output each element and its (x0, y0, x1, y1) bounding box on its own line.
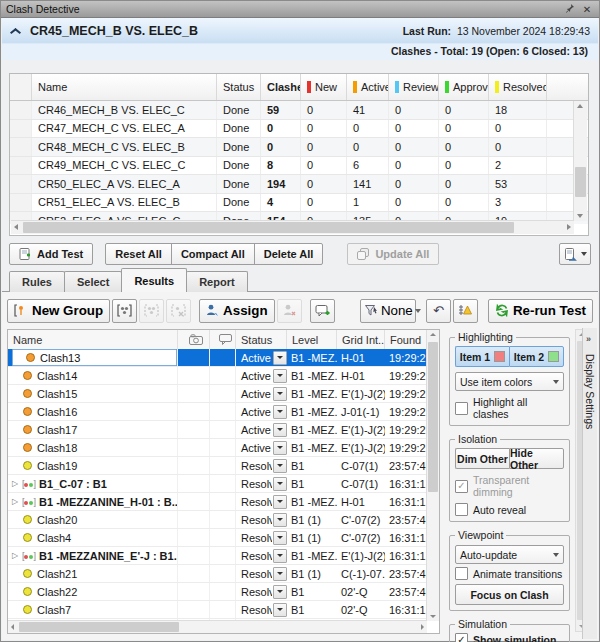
new-group-button[interactable]: New Group (7, 299, 110, 323)
scroll-thumb[interactable] (428, 342, 438, 492)
dim-other-button[interactable]: Dim Other (455, 448, 509, 469)
close-icon[interactable]: ✕ (580, 3, 594, 16)
clash-row[interactable]: Clash14 Active B1 -MEZ... H-01 19:29:25 … (8, 367, 427, 385)
grid-horizontal-scrollbar[interactable] (8, 620, 427, 633)
tests-horizontal-scrollbar[interactable] (11, 220, 574, 234)
scroll-down-icon[interactable] (430, 615, 436, 618)
row-selector[interactable] (10, 194, 32, 212)
scroll-up-icon[interactable] (430, 333, 436, 336)
expand-icon[interactable]: ▷ (12, 551, 22, 560)
expand-icon[interactable]: ▷ (12, 497, 22, 506)
assign-button[interactable]: Assign (199, 299, 274, 323)
clash-row[interactable]: Clash16 Active B1 -MEZ... J-01(-1) 19:29… (8, 403, 427, 421)
test-row[interactable]: CR49_MECH_C VS. ELEC_C Done 8 0 6 0 0 2 (10, 157, 588, 176)
scroll-thumb[interactable] (575, 167, 586, 197)
test-row[interactable]: CR51_ELEC_A VS. ELEC_B Done 4 0 1 0 0 3 (10, 194, 588, 213)
status-dropdown[interactable] (272, 349, 287, 366)
item1-toggle-button[interactable]: Item 1 (455, 346, 509, 367)
clash-row[interactable]: Clash22 Resolved B1 02'-Q 23:57:48 1 (8, 583, 427, 601)
clash-row[interactable]: Clash15 Active B1 -MEZ... E'(1)-J(2) 19:… (8, 385, 427, 403)
clash-row[interactable]: Clash18 Active B1 -MEZ... E'(1)-J(2) 19:… (8, 439, 427, 457)
expand-icon[interactable]: ▷ (12, 479, 22, 488)
ungroup-button[interactable] (139, 299, 164, 323)
export-report-button[interactable] (559, 243, 591, 265)
status-dropdown[interactable] (272, 421, 287, 438)
scroll-right-icon[interactable] (421, 624, 424, 630)
show-simulation-checkbox[interactable] (455, 633, 468, 642)
filter-dropdown[interactable]: None (360, 299, 416, 323)
status-dropdown[interactable] (272, 475, 287, 492)
clash-row[interactable]: Clash20 Resolved B1 (1) C'-07(2) 23:57:4… (8, 511, 427, 529)
grid-column-grid-intersection[interactable]: Grid Int... (337, 330, 385, 349)
scroll-down-icon[interactable] (577, 214, 583, 218)
clash-row[interactable]: ▷ [] B1 -MEZZANINE_E'-J : B1... Resolved… (8, 547, 427, 565)
add-comment-button[interactable] (310, 299, 335, 323)
status-dropdown[interactable] (272, 493, 287, 510)
column-header-status[interactable]: Status (217, 74, 261, 100)
reset-all-button[interactable]: Reset All (105, 243, 172, 265)
scroll-right-icon[interactable] (567, 224, 571, 230)
column-header-active[interactable]: Active (347, 74, 389, 100)
row-selector[interactable] (10, 157, 32, 175)
grid-column-image[interactable] (178, 330, 210, 349)
grid-column-status[interactable]: Status (236, 330, 287, 349)
filter-settings-button[interactable] (453, 299, 478, 323)
status-dropdown[interactable] (272, 583, 287, 600)
column-header-approved[interactable]: Approved (439, 74, 489, 100)
tests-vertical-scrollbar[interactable] (573, 101, 587, 221)
column-header-new[interactable]: New (301, 74, 347, 100)
clash-row[interactable]: Clash19 Resolved B1 C-07(1) 23:57:48 1 (8, 457, 427, 475)
tab-select[interactable]: Select (64, 271, 122, 292)
grid-column-found[interactable]: Found (385, 330, 429, 349)
clash-row[interactable]: ▷ [] B1_C-07 : B1 Resolved B1 C-07(1) 16… (8, 475, 427, 493)
column-header-clashes[interactable]: Clashes (261, 74, 301, 100)
test-row[interactable]: CR50_ELEC_A VS. ELEC_A Done 194 0 141 0 … (10, 175, 588, 194)
status-dropdown[interactable] (272, 565, 287, 582)
row-selector[interactable] (10, 175, 32, 193)
status-dropdown[interactable] (272, 439, 287, 456)
scroll-up-icon[interactable] (577, 104, 583, 108)
unassign-button[interactable] (277, 299, 302, 323)
status-dropdown[interactable] (272, 601, 287, 618)
column-header-resolved[interactable]: Resolved (489, 74, 547, 100)
scroll-thumb[interactable] (23, 222, 514, 233)
status-dropdown[interactable] (272, 403, 287, 420)
viewpoint-dropdown[interactable]: Auto-update (455, 545, 564, 564)
status-dropdown[interactable] (272, 385, 287, 402)
remove-from-group-button[interactable] (166, 299, 191, 323)
column-header-reviewed[interactable]: Reviewed (389, 74, 439, 100)
test-row[interactable]: CR46_MECH_B VS. ELEC_C Done 59 0 41 0 0 … (10, 101, 588, 120)
test-row[interactable]: CR48_MECH_C VS. ELEC_B Done 0 0 0 0 0 0 (10, 138, 588, 157)
status-dropdown[interactable] (272, 457, 287, 474)
scroll-left-icon[interactable] (11, 624, 14, 630)
undo-button[interactable]: ↶ (426, 299, 451, 323)
compact-all-button[interactable]: Compact All (171, 243, 255, 265)
status-dropdown[interactable] (272, 511, 287, 528)
hide-other-button[interactable]: Hide Other (509, 448, 564, 469)
grid-vertical-scrollbar[interactable] (426, 330, 439, 621)
display-settings-tab[interactable]: » Display Settings (582, 328, 597, 639)
scroll-left-icon[interactable] (14, 224, 18, 230)
delete-all-button[interactable]: Delete All (254, 243, 324, 265)
item2-toggle-button[interactable]: Item 2 (509, 346, 564, 367)
tab-report[interactable]: Report (186, 271, 247, 292)
clash-row[interactable]: Clash13 Active B1 -MEZ... H-01 19:29:25 … (8, 349, 427, 367)
grid-column-name[interactable]: Name (8, 330, 178, 349)
grid-column-comments[interactable] (210, 330, 236, 349)
collapse-chevron-icon[interactable] (10, 27, 21, 35)
tab-results[interactable]: Results (121, 268, 187, 292)
highlight-colors-dropdown[interactable]: Use item colors (455, 372, 564, 391)
row-selector[interactable] (10, 101, 32, 119)
tab-rules[interactable]: Rules (9, 271, 65, 292)
test-row[interactable]: CR47_MECH_C VS. ELEC_A Done 0 0 0 0 0 0 (10, 120, 588, 139)
animate-transitions-checkbox[interactable] (455, 567, 468, 580)
transparent-dimming-checkbox[interactable] (455, 480, 468, 493)
clash-row[interactable]: Clash7 Resolved B1 02'-Q 16:31:17 1 (8, 601, 427, 619)
group-selected-button[interactable] (112, 299, 137, 323)
rerun-test-button[interactable]: Re-run Test (488, 299, 593, 323)
clash-row[interactable]: Clash4 Resolved B1 (1) C'-07(2) 16:31:17… (8, 529, 427, 547)
status-dropdown[interactable] (272, 547, 287, 564)
add-test-button[interactable]: Add Test (9, 243, 93, 265)
update-all-button[interactable]: Update All (347, 243, 439, 265)
clash-row[interactable]: Clash17 Active B1 -MEZ... E'(1)-J(2) 19:… (8, 421, 427, 439)
